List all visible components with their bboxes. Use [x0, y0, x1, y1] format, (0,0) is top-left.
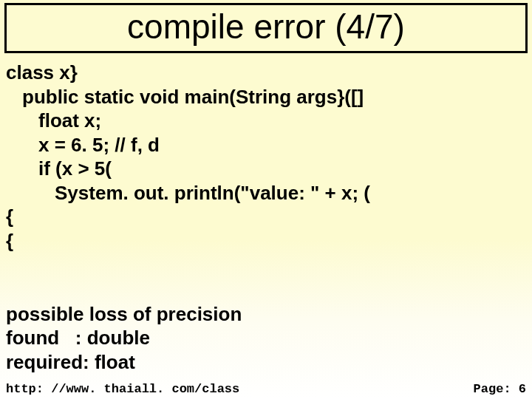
error-message-block: possible loss of precision found : doubl…: [6, 302, 242, 375]
code-line: public static void main(String args}([]: [6, 85, 532, 109]
error-line: required: float: [6, 350, 242, 375]
code-line: {: [6, 229, 532, 253]
error-line: possible loss of precision: [6, 302, 242, 327]
slide-title-box: compile error (4/7): [4, 3, 528, 53]
footer-page: Page: 6: [474, 382, 526, 396]
code-line: if (x > 5(: [6, 157, 532, 181]
slide-title: compile error (4/7): [127, 7, 405, 46]
code-line: class x}: [6, 61, 532, 85]
error-line: found : double: [6, 326, 242, 350]
code-block: class x} public static void main(String …: [0, 61, 532, 253]
code-line: float x;: [6, 109, 532, 133]
code-line: {: [6, 205, 532, 229]
slide-footer: http: //www. thaiall. com/class Page: 6: [6, 382, 526, 396]
code-line: x = 6. 5; // f, d: [6, 133, 532, 157]
footer-url: http: //www. thaiall. com/class: [6, 382, 239, 396]
code-line: System. out. println("value: " + x; (: [6, 181, 532, 205]
